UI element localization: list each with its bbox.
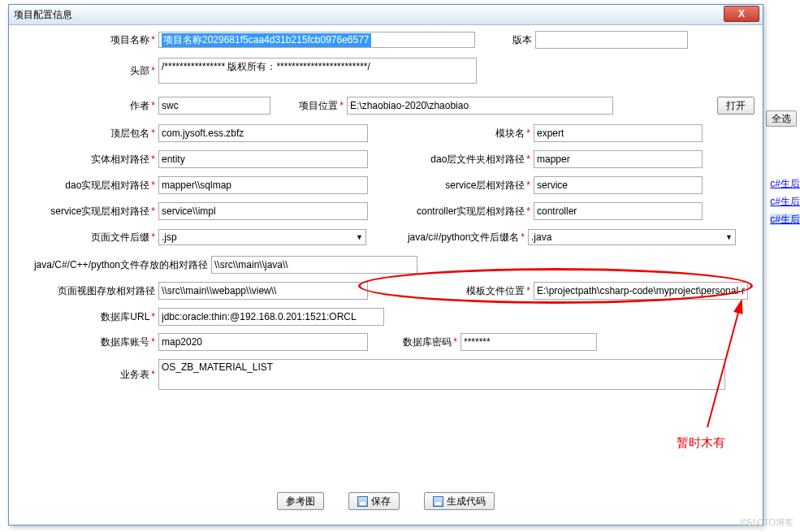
top-package-input[interactable] bbox=[158, 124, 368, 142]
db-password-input[interactable] bbox=[461, 333, 597, 351]
bg-link-1[interactable]: c#生后 bbox=[770, 178, 800, 189]
label-version: 版本 bbox=[491, 33, 535, 47]
titlebar: 项目配置信息 X bbox=[9, 5, 763, 25]
close-button[interactable]: X bbox=[724, 6, 759, 22]
label-controller-impl: controller实现层相对路径* bbox=[368, 205, 534, 218]
label-header: 头部* bbox=[17, 64, 158, 78]
open-button[interactable]: 打开 bbox=[717, 97, 755, 115]
label-author: 作者* bbox=[17, 99, 158, 113]
header-textarea[interactable]: /**************** 版权所有：*****************… bbox=[158, 58, 477, 84]
dialog-title: 项目配置信息 bbox=[14, 8, 72, 22]
label-service-path: service层相对路径* bbox=[368, 179, 534, 192]
label-biz-table: 业务表* bbox=[17, 368, 158, 382]
form-area: 项目名称* 项目名称2029681f5caa4d31b215fcb0976e65… bbox=[17, 31, 755, 476]
gen-code-label: 生成代码 bbox=[447, 495, 486, 508]
label-project-name: 项目名称* bbox=[17, 33, 158, 47]
annotation-text: 暂时木有 bbox=[677, 435, 725, 451]
bg-link-2[interactable]: c#生后 bbox=[770, 196, 800, 207]
chevron-down-icon: ▼ bbox=[725, 233, 733, 241]
label-template-location: 模板文件位置* bbox=[368, 284, 534, 298]
project-name-value: 项目名称2029681f5caa4d31b215fcb0976e6577 bbox=[162, 33, 371, 47]
code-suffix-select[interactable]: .java ▼ bbox=[528, 229, 736, 245]
label-module-name: 模块名* bbox=[368, 127, 534, 141]
config-dialog: 项目配置信息 X 项目名称* 项目名称2029681f5caa4d31b215f… bbox=[8, 4, 763, 526]
db-account-input[interactable] bbox=[158, 333, 368, 351]
footer-buttons: 参考图 保存 生成代码 bbox=[9, 492, 763, 510]
label-db-account: 数据库账号* bbox=[17, 335, 158, 349]
entity-path-input[interactable] bbox=[158, 150, 368, 168]
service-path-input[interactable] bbox=[534, 176, 703, 194]
label-db-url: 数据库URL* bbox=[17, 310, 158, 324]
bg-link-3[interactable]: c#生后 bbox=[770, 214, 800, 225]
template-location-input[interactable] bbox=[534, 282, 748, 300]
label-code-suffix: java/c#/python文件后缀名* bbox=[366, 231, 528, 244]
label-dao-impl: dao实现层相对路径* bbox=[17, 179, 158, 192]
label-db-password: 数据库密码* bbox=[368, 335, 461, 349]
db-url-input[interactable] bbox=[158, 308, 384, 326]
code-suffix-value: .java bbox=[531, 231, 551, 243]
service-impl-input[interactable] bbox=[158, 202, 368, 220]
biz-table-textarea[interactable]: OS_ZB_MATERIAL_LIST bbox=[158, 359, 725, 390]
save-button[interactable]: 保存 bbox=[348, 492, 400, 510]
label-top-package: 顶层包名* bbox=[17, 127, 158, 141]
watermark: ©51CTO博客 bbox=[741, 517, 794, 529]
page-suffix-value: .jsp bbox=[162, 231, 177, 243]
label-view-store-path: 页面视图存放相对路径 bbox=[17, 284, 158, 298]
ref-image-button[interactable]: 参考图 bbox=[277, 492, 324, 510]
dao-folder-input[interactable] bbox=[534, 150, 703, 168]
label-project-location: 项目位置* bbox=[287, 99, 347, 113]
gen-code-button[interactable]: 生成代码 bbox=[424, 492, 495, 510]
module-name-input[interactable] bbox=[534, 124, 703, 142]
dao-impl-input[interactable] bbox=[158, 176, 368, 194]
label-dao-folder-path: dao层文件夹相对路径* bbox=[368, 153, 534, 167]
chevron-down-icon: ▼ bbox=[356, 233, 363, 241]
code-store-path-input[interactable] bbox=[211, 256, 417, 274]
page-suffix-select[interactable]: .jsp ▼ bbox=[158, 229, 366, 245]
label-code-store-path: java/C#/C++/python文件存放的相对路径 bbox=[17, 258, 211, 272]
save-icon bbox=[433, 496, 443, 507]
version-input[interactable] bbox=[535, 31, 688, 49]
project-location-input[interactable] bbox=[347, 97, 613, 115]
select-all-button[interactable]: 全选 bbox=[766, 110, 797, 127]
label-entity-path: 实体相对路径* bbox=[17, 153, 158, 167]
project-name-input[interactable]: 项目名称2029681f5caa4d31b215fcb0976e6577 bbox=[158, 32, 475, 48]
view-store-path-input[interactable] bbox=[158, 282, 368, 300]
controller-impl-input[interactable] bbox=[534, 202, 703, 220]
save-label: 保存 bbox=[371, 495, 391, 508]
label-page-suffix: 页面文件后缀* bbox=[17, 231, 158, 244]
author-input[interactable] bbox=[158, 97, 270, 115]
background-panel: 全选 c#生后 c#生后 c#生后 bbox=[763, 0, 800, 532]
label-service-impl: service实现层相对路径* bbox=[17, 205, 158, 218]
save-icon bbox=[357, 496, 368, 507]
